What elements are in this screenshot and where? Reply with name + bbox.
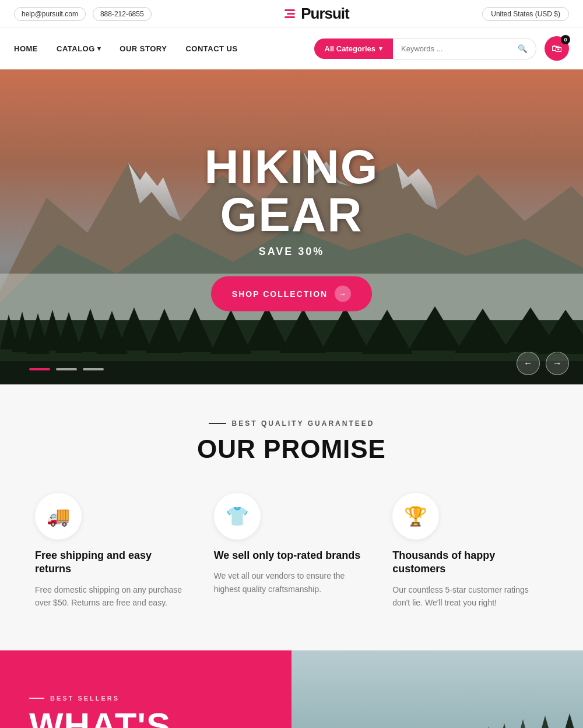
svg-rect-28 [292, 650, 583, 728]
promise-section: BEST QUALITY GUARANTEED OUR PROMISE 🚚 Fr… [0, 384, 583, 650]
search-button[interactable]: 🔍 [510, 38, 536, 60]
hero-title: HIKING GEAR [146, 143, 437, 239]
top-bar-left: help@pursuit.com 888-212-6855 [14, 7, 152, 21]
hero-dots [29, 368, 104, 370]
cart-badge: 0 [561, 35, 570, 44]
bestsellers-section: BEST SELLERS WHAT'S [0, 650, 583, 728]
bestsellers-title: WHAT'S [29, 708, 262, 728]
bestsellers-eyebrow: BEST SELLERS [29, 695, 262, 702]
bestsellers-trees-svg [292, 650, 583, 728]
promise-eyebrow: BEST QUALITY GUARANTEED [35, 419, 548, 428]
customers-heading: Thousands of happy customers [392, 549, 548, 576]
top-bar: help@pursuit.com 888-212-6855 Pursuit Un… [0, 0, 583, 28]
categories-dropdown[interactable]: All Categories [314, 38, 393, 59]
hero-next-button[interactable]: → [546, 352, 569, 375]
brand-name: Pursuit [301, 5, 349, 23]
hero-section: HIKING GEAR SAVE 30% SHOP COLLECTION → ←… [0, 69, 583, 384]
shipping-icon: 🚚 [47, 505, 70, 527]
search-input[interactable] [393, 38, 510, 60]
nav-links: HOME CATALOG OUR STORY CONTACT US [14, 44, 314, 53]
promise-item-customers: 🏆 Thousands of happy customers Our count… [392, 493, 548, 610]
search-icon: 🔍 [518, 44, 528, 53]
brands-heading: We sell only top-rated brands [214, 549, 370, 562]
promise-item-brands: 👕 We sell only top-rated brands We vet a… [214, 493, 370, 610]
nav-contact-us[interactable]: CONTACT US [185, 44, 237, 53]
search-bar: All Categories 🔍 🛍 0 [314, 36, 569, 61]
hero-cta-label: SHOP COLLECTION [232, 289, 328, 299]
phone-contact[interactable]: 888-212-6855 [93, 7, 152, 21]
cart-icon: 🛍 [552, 43, 562, 55]
svg-rect-27 [0, 361, 583, 384]
customers-text: Our countless 5-star customer ratings do… [392, 583, 548, 610]
hero-navigation: ← → [517, 352, 569, 375]
navbar: HOME CATALOG OUR STORY CONTACT US All Ca… [0, 28, 583, 69]
promise-grid: 🚚 Free shipping and easy returns Free do… [35, 493, 548, 610]
cta-arrow-icon: → [335, 286, 351, 302]
brands-text: We vet all our vendors to ensure the hig… [214, 569, 370, 596]
shop-collection-button[interactable]: SHOP COLLECTION → [211, 276, 372, 312]
promise-title: OUR PROMISE [35, 435, 548, 464]
shipping-icon-wrap: 🚚 [35, 493, 82, 540]
brand-logo[interactable]: Pursuit [285, 5, 349, 23]
brands-icon: 👕 [226, 505, 249, 527]
hero-prev-button[interactable]: ← [517, 352, 540, 375]
customers-icon-wrap: 🏆 [392, 493, 439, 540]
email-contact[interactable]: help@pursuit.com [14, 7, 86, 21]
hero-content: HIKING GEAR SAVE 30% SHOP COLLECTION → [146, 143, 437, 312]
bestsellers-right [292, 650, 583, 728]
hero-subtitle: SAVE 30% [146, 246, 437, 258]
brands-icon-wrap: 👕 [214, 493, 261, 540]
promise-item-shipping: 🚚 Free shipping and easy returns Free do… [35, 493, 191, 610]
shipping-heading: Free shipping and easy returns [35, 549, 191, 576]
shipping-text: Free domestic shipping on any purchase o… [35, 583, 191, 610]
cart-button[interactable]: 🛍 0 [545, 36, 569, 61]
nav-our-story[interactable]: OUR STORY [120, 44, 167, 53]
region-selector[interactable]: United States (USD $) [482, 7, 569, 21]
hero-dot-3[interactable] [83, 368, 104, 370]
hero-dot-2[interactable] [56, 368, 77, 370]
logo-icon [285, 9, 295, 18]
nav-catalog[interactable]: CATALOG [57, 44, 101, 53]
nav-home[interactable]: HOME [14, 44, 38, 53]
hero-dot-1[interactable] [29, 368, 50, 370]
customers-icon: 🏆 [404, 505, 427, 527]
bestsellers-left: BEST SELLERS WHAT'S [0, 650, 292, 728]
